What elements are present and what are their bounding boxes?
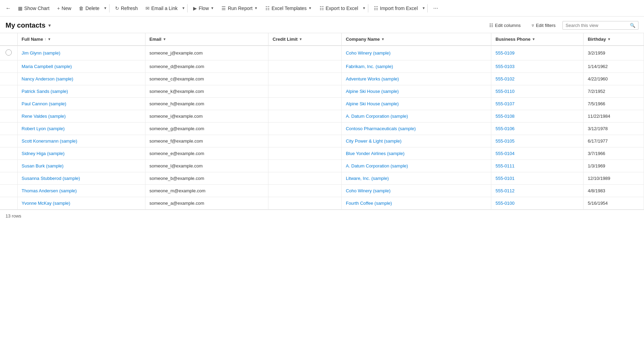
email-dropdown-chevron[interactable]: ▼ <box>182 6 185 10</box>
businessphone-cell[interactable]: 555-0100 <box>491 197 584 210</box>
search-box[interactable]: 🔍 <box>562 21 638 30</box>
row-checkbox-cell[interactable] <box>0 135 17 147</box>
businessphone-cell[interactable]: 555-0105 <box>491 135 584 147</box>
businessphone-cell[interactable]: 555-0110 <box>491 85 584 98</box>
fullname-cell[interactable]: Yvonne McKay (sample) <box>17 197 145 210</box>
fullname-cell[interactable]: Sidney Higa (sample) <box>17 147 145 160</box>
edit-columns-button[interactable]: ☷ Edit columns <box>485 21 525 30</box>
email-link-button[interactable]: ✉ Email a Link <box>142 3 181 13</box>
companyname-cell[interactable]: Litware, Inc. (sample) <box>341 172 491 185</box>
businessphone-cell[interactable]: 555-0111 <box>491 160 584 172</box>
fullname-cell[interactable]: Susanna Stubberod (sample) <box>17 172 145 185</box>
row-checkbox-cell[interactable] <box>0 85 17 98</box>
email-cell: someone_k@example.com <box>145 85 268 98</box>
businessphone-cell[interactable]: 555-0104 <box>491 147 584 160</box>
excel-templates-button[interactable]: ☷ Excel Templates ▼ <box>262 3 315 13</box>
more-button[interactable]: ⋯ <box>430 3 442 13</box>
row-checkbox-cell[interactable] <box>0 46 17 60</box>
row-checkbox-cell[interactable] <box>0 160 17 172</box>
row-checkbox-cell[interactable] <box>0 98 17 110</box>
export-icon: ☷ <box>320 6 324 11</box>
search-input[interactable] <box>566 23 628 28</box>
table-row: Rene Valdes (sample)someone_i@example.co… <box>0 110 644 123</box>
delete-button[interactable]: 🗑 Delete <box>75 3 103 13</box>
companyname-cell[interactable]: Adventure Works (sample) <box>341 73 491 85</box>
row-checkbox-cell[interactable] <box>0 60 17 73</box>
companyname-cell[interactable]: Contoso Pharmaceuticals (sample) <box>341 123 491 135</box>
run-report-button[interactable]: ☰ Run Report ▼ <box>218 3 261 13</box>
run-report-label: Run Report <box>228 6 253 11</box>
companyname-cell[interactable]: Coho Winery (sample) <box>341 185 491 197</box>
row-checkbox-cell[interactable] <box>0 110 17 123</box>
fullname-cell[interactable]: Rene Valdes (sample) <box>17 110 145 123</box>
refresh-label: Refresh <box>121 6 138 11</box>
businessphone-cell[interactable]: 555-0102 <box>491 73 584 85</box>
birthday-sort-chevron: ▼ <box>607 37 611 41</box>
row-checkbox-cell[interactable] <box>0 197 17 210</box>
row-checkbox-cell[interactable] <box>0 123 17 135</box>
creditlimit-column-header[interactable]: Credit Limit ▼ <box>268 33 342 46</box>
flow-button[interactable]: ▶ Flow ▼ <box>190 3 217 13</box>
birthday-cell: 11/22/1984 <box>584 110 644 123</box>
view-title-chevron[interactable]: ▼ <box>48 23 52 28</box>
companyname-cell[interactable]: Fabrikam, Inc. (sample) <box>341 60 491 73</box>
email-column-header[interactable]: Email ▼ <box>145 33 268 46</box>
birthday-sort[interactable]: Birthday ▼ <box>588 37 611 42</box>
companyname-cell[interactable]: Fourth Coffee (sample) <box>341 197 491 210</box>
companyname-cell[interactable]: City Power & Light (sample) <box>341 135 491 147</box>
businessphone-cell[interactable]: 555-0107 <box>491 98 584 110</box>
fullname-cell[interactable]: Nancy Anderson (sample) <box>17 73 145 85</box>
fullname-cell[interactable]: Maria Campbell (sample) <box>17 60 145 73</box>
row-checkbox-cell[interactable] <box>0 73 17 85</box>
back-button[interactable]: ← <box>3 3 14 13</box>
fullname-cell[interactable]: Paul Cannon (sample) <box>17 98 145 110</box>
fullname-cell[interactable]: Robert Lyon (sample) <box>17 123 145 135</box>
new-button[interactable]: + New <box>54 3 75 13</box>
birthday-cell: 1/3/1969 <box>584 160 644 172</box>
fullname-cell[interactable]: Patrick Sands (sample) <box>17 85 145 98</box>
companyname-cell[interactable]: Blue Yonder Airlines (sample) <box>341 147 491 160</box>
table-row: Nancy Anderson (sample)someone_c@example… <box>0 73 644 85</box>
table-row: Robert Lyon (sample)someone_g@example.co… <box>0 123 644 135</box>
edit-filters-button[interactable]: ▿ Edit filters <box>528 21 560 30</box>
row-checkbox-cell[interactable] <box>0 147 17 160</box>
companyname-cell[interactable]: Alpine Ski House (sample) <box>341 85 491 98</box>
creditlimit-cell <box>268 147 342 160</box>
email-sort[interactable]: Email ▼ <box>150 37 167 42</box>
show-chart-button[interactable]: ▦ Show Chart <box>15 3 53 13</box>
businessphone-cell[interactable]: 555-0109 <box>491 46 584 60</box>
businessphone-cell[interactable]: 555-0108 <box>491 110 584 123</box>
row-checkbox[interactable] <box>6 49 12 56</box>
fullname-cell[interactable]: Susan Burk (sample) <box>17 160 145 172</box>
export-dropdown-chevron[interactable]: ▼ <box>362 6 366 10</box>
companyname-cell[interactable]: Coho Winery (sample) <box>341 46 491 60</box>
fullname-column-header[interactable]: Full Name ↑ ▼ <box>17 33 145 46</box>
companyname-cell[interactable]: A. Datum Corporation (sample) <box>341 110 491 123</box>
businessphone-sort[interactable]: Business Phone ▼ <box>495 37 535 42</box>
delete-dropdown-chevron[interactable]: ▼ <box>104 6 107 10</box>
fullname-cell[interactable]: Thomas Andersen (sample) <box>17 185 145 197</box>
import-excel-button[interactable]: ☷ Import from Excel <box>370 3 422 13</box>
businessphone-cell[interactable]: 555-0103 <box>491 60 584 73</box>
companyname-cell[interactable]: A. Datum Corporation (sample) <box>341 160 491 172</box>
email-cell: someone_j@example.com <box>145 46 268 60</box>
export-excel-button[interactable]: ☷ Export to Excel <box>316 3 362 13</box>
companyname-sort[interactable]: Company Name ▼ <box>346 37 385 42</box>
fullname-sort[interactable]: Full Name ↑ ▼ <box>22 37 51 42</box>
companyname-cell[interactable]: Alpine Ski House (sample) <box>341 98 491 110</box>
birthday-column-header[interactable]: Birthday ▼ <box>584 33 644 46</box>
creditlimit-sort[interactable]: Credit Limit ▼ <box>273 37 302 42</box>
row-checkbox-cell[interactable] <box>0 172 17 185</box>
email-header-label: Email <box>150 37 162 42</box>
businessphone-cell[interactable]: 555-0112 <box>491 185 584 197</box>
import-dropdown-chevron[interactable]: ▼ <box>422 6 425 10</box>
businessphone-cell[interactable]: 555-0106 <box>491 123 584 135</box>
businessphone-cell[interactable]: 555-0101 <box>491 172 584 185</box>
fullname-cell[interactable]: Scott Konersmann (sample) <box>17 135 145 147</box>
fullname-cell[interactable]: Jim Glynn (sample) <box>17 46 145 60</box>
refresh-button[interactable]: ↻ Refresh <box>112 3 141 13</box>
companyname-column-header[interactable]: Company Name ▼ <box>341 33 491 46</box>
row-checkbox-cell[interactable] <box>0 185 17 197</box>
companyname-sort-chevron: ▼ <box>381 37 385 41</box>
businessphone-column-header[interactable]: Business Phone ▼ <box>491 33 584 46</box>
